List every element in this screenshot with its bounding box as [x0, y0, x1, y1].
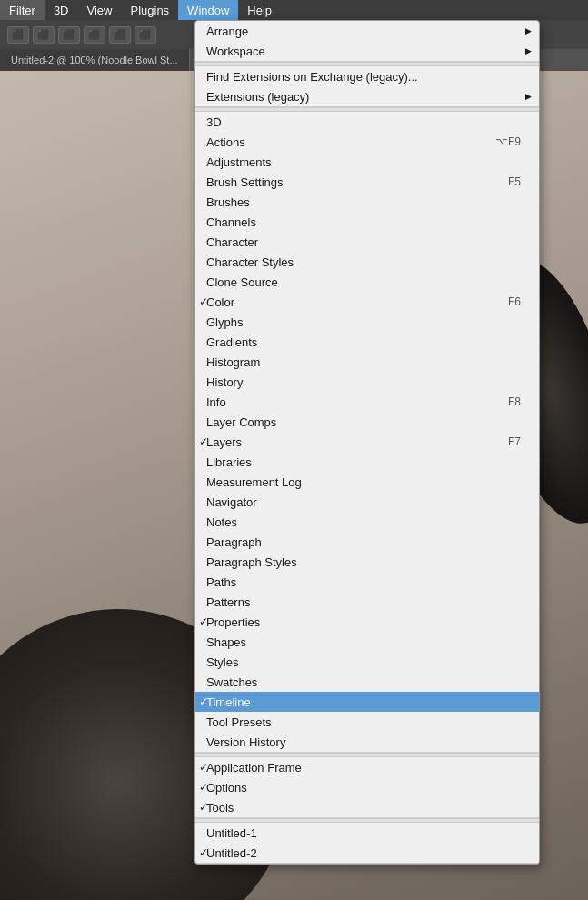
menu-item-properties[interactable]: Properties: [195, 612, 539, 632]
menu-item-clone-source[interactable]: Clone Source: [195, 272, 539, 292]
menubar-help[interactable]: Help: [238, 0, 281, 20]
menu-item-untitled-1[interactable]: Untitled-1: [195, 823, 539, 843]
menu-item-version-history[interactable]: Version History: [195, 732, 539, 752]
menu-item-paths[interactable]: Paths: [195, 572, 539, 592]
menu-item-notes[interactable]: Notes: [195, 512, 539, 532]
menu-item-shapes[interactable]: Shapes: [195, 632, 539, 652]
toolbar-align-center[interactable]: ⬛: [33, 26, 55, 44]
menubar-filter[interactable]: Filter: [0, 0, 45, 20]
menu-item-untitled-2[interactable]: Untitled-2: [195, 843, 539, 863]
menubar-view[interactable]: View: [78, 0, 122, 20]
menu-item-libraries[interactable]: Libraries: [195, 452, 539, 472]
menu-item-tools[interactable]: Tools: [195, 797, 539, 817]
menubar-window[interactable]: Window: [178, 0, 238, 20]
menu-item-history[interactable]: History: [195, 372, 539, 392]
menu-item-glyphs[interactable]: Glyphs: [195, 312, 539, 332]
menu-item-swatches[interactable]: Swatches: [195, 672, 539, 692]
menu-item-character-styles[interactable]: Character Styles: [195, 252, 539, 272]
menu-item-info[interactable]: Info F8: [195, 392, 539, 412]
menu-item-gradients[interactable]: Gradients: [195, 332, 539, 352]
menu-item-patterns[interactable]: Patterns: [195, 592, 539, 612]
menu-item-timeline[interactable]: Timeline: [195, 692, 539, 712]
menu-item-tool-presets[interactable]: Tool Presets: [195, 712, 539, 732]
menu-item-application-frame[interactable]: Application Frame: [195, 757, 539, 777]
menu-item-layer-comps[interactable]: Layer Comps: [195, 412, 539, 432]
menu-item-extensions-legacy[interactable]: Extensions (legacy): [195, 86, 539, 106]
menu-section-panels: 3D Actions ⌥F9 Adjustments Brush Setting…: [195, 112, 539, 753]
menu-section-arrange: Arrange Workspace: [195, 21, 539, 62]
menu-item-channels[interactable]: Channels: [195, 212, 539, 232]
menu-section-documents: Untitled-1 Untitled-2: [195, 823, 539, 864]
menubar-3d[interactable]: 3D: [45, 0, 78, 20]
menu-item-3d[interactable]: 3D: [195, 112, 539, 132]
menu-item-actions[interactable]: Actions ⌥F9: [195, 132, 539, 152]
menu-item-paragraph[interactable]: Paragraph: [195, 532, 539, 552]
menu-item-navigator[interactable]: Navigator: [195, 492, 539, 512]
menu-item-arrange[interactable]: Arrange: [195, 21, 539, 41]
menu-item-histogram[interactable]: Histogram: [195, 352, 539, 372]
menu-item-options[interactable]: Options: [195, 777, 539, 797]
toolbar-distribute[interactable]: ⬛: [84, 26, 105, 44]
menu-item-brush-settings[interactable]: Brush Settings F5: [195, 172, 539, 192]
toolbar-extra[interactable]: ⬛: [135, 26, 156, 44]
menubar: Filter 3D View Plugins Window Help: [0, 0, 588, 20]
menu-item-character[interactable]: Character: [195, 232, 539, 252]
menu-item-layers[interactable]: Layers F7: [195, 432, 539, 452]
menu-section-extensions: Find Extensions on Exchange (legacy)... …: [195, 66, 539, 107]
menu-item-workspace[interactable]: Workspace: [195, 41, 539, 61]
menubar-plugins[interactable]: Plugins: [121, 0, 178, 20]
toolbar-spacing[interactable]: ⬛: [109, 26, 131, 44]
menu-item-color[interactable]: Color F6: [195, 292, 539, 312]
toolbar-align-left[interactable]: ⬛: [7, 26, 29, 44]
menu-item-measurement-log[interactable]: Measurement Log: [195, 472, 539, 492]
document-tab[interactable]: Untitled-2 @ 100% (Noodle Bowl St...: [0, 49, 190, 71]
menu-item-paragraph-styles[interactable]: Paragraph Styles: [195, 552, 539, 572]
document-tab-label: Untitled-2 @ 100% (Noodle Bowl St...: [11, 55, 178, 65]
menu-item-brushes[interactable]: Brushes: [195, 192, 539, 212]
menu-item-adjustments[interactable]: Adjustments: [195, 152, 539, 172]
toolbar-align-right[interactable]: ⬛: [58, 26, 80, 44]
menu-item-find-extensions[interactable]: Find Extensions on Exchange (legacy)...: [195, 66, 539, 86]
window-menu-dropdown: Arrange Workspace Find Extensions on Exc…: [194, 20, 540, 865]
menu-section-frame: Application Frame Options Tools: [195, 757, 539, 818]
menu-item-styles[interactable]: Styles: [195, 652, 539, 672]
